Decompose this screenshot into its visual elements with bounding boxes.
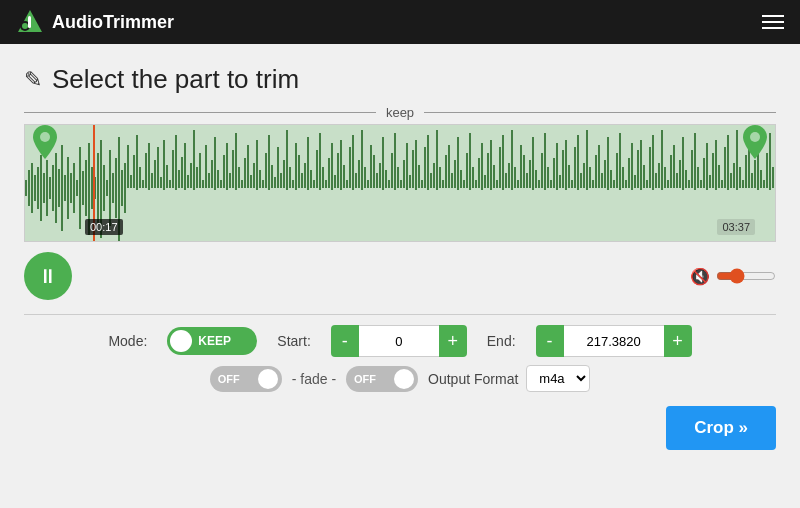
- svg-rect-207: [634, 175, 636, 188]
- hamburger-menu[interactable]: [762, 15, 784, 29]
- svg-rect-144: [445, 155, 447, 188]
- svg-rect-218: [667, 180, 669, 188]
- svg-rect-158: [487, 153, 489, 188]
- svg-rect-123: [382, 137, 384, 190]
- svg-rect-119: [370, 145, 372, 188]
- svg-rect-67: [214, 137, 216, 190]
- svg-rect-191: [586, 130, 588, 190]
- svg-rect-278: [97, 188, 99, 223]
- svg-rect-44: [145, 153, 147, 188]
- svg-rect-152: [469, 133, 471, 190]
- svg-rect-107: [334, 175, 336, 188]
- start-input[interactable]: [359, 325, 439, 357]
- svg-rect-32: [109, 150, 111, 188]
- svg-rect-121: [376, 173, 378, 188]
- svg-rect-259: [40, 188, 42, 221]
- end-num-group: - +: [536, 325, 692, 357]
- svg-rect-3: [28, 16, 31, 28]
- main-content: ✎ Select the part to trim keep: [0, 44, 800, 466]
- logo-area: AudioTrimmer: [16, 8, 174, 36]
- svg-rect-17: [64, 175, 66, 188]
- svg-rect-95: [298, 155, 300, 188]
- svg-rect-179: [550, 180, 552, 188]
- svg-rect-102: [319, 133, 321, 190]
- svg-rect-136: [421, 180, 423, 188]
- volume-slider[interactable]: [716, 268, 776, 284]
- fade-out-circle: [394, 369, 414, 389]
- svg-rect-94: [295, 143, 297, 190]
- svg-rect-237: [724, 147, 726, 188]
- start-decrement-button[interactable]: -: [331, 325, 359, 357]
- svg-rect-4: [25, 180, 27, 188]
- volume-area: 🔇: [690, 267, 776, 286]
- svg-rect-111: [346, 180, 348, 188]
- svg-rect-41: [136, 135, 138, 190]
- fade-in-toggle[interactable]: OFF: [210, 366, 282, 392]
- svg-rect-59: [190, 163, 192, 188]
- svg-rect-164: [505, 173, 507, 188]
- svg-rect-145: [448, 145, 450, 188]
- trim-handle-right[interactable]: [743, 125, 767, 163]
- fade-row: OFF - fade - OFF Output Format m4a mp3 o…: [24, 361, 776, 396]
- svg-rect-29: [100, 140, 102, 190]
- svg-point-288: [40, 132, 50, 142]
- svg-rect-117: [364, 167, 366, 188]
- svg-rect-6: [31, 163, 33, 188]
- svg-rect-72: [229, 173, 231, 188]
- svg-rect-25: [88, 143, 90, 190]
- start-increment-button[interactable]: +: [439, 325, 467, 357]
- svg-rect-168: [517, 180, 519, 188]
- svg-rect-114: [355, 173, 357, 188]
- svg-rect-127: [394, 133, 396, 190]
- svg-rect-133: [412, 150, 414, 188]
- svg-rect-155: [478, 158, 480, 188]
- waveform-container[interactable]: 00:17 03:37: [24, 124, 776, 242]
- svg-rect-19: [70, 173, 72, 188]
- crop-button[interactable]: Crop »: [666, 406, 776, 450]
- end-input[interactable]: [564, 325, 664, 357]
- end-increment-button[interactable]: +: [664, 325, 692, 357]
- svg-rect-234: [715, 140, 717, 190]
- svg-rect-20: [73, 163, 75, 188]
- svg-rect-230: [703, 158, 705, 188]
- svg-rect-74: [235, 133, 237, 190]
- svg-rect-219: [670, 155, 672, 188]
- svg-rect-112: [349, 147, 351, 188]
- svg-rect-271: [76, 188, 78, 196]
- svg-point-289: [750, 132, 760, 142]
- trim-handle-left[interactable]: [33, 125, 57, 163]
- time-start-label: 00:17: [85, 219, 123, 235]
- format-select[interactable]: m4a mp3 ogg wav: [526, 365, 590, 392]
- svg-rect-21: [76, 180, 78, 188]
- svg-rect-182: [559, 175, 561, 188]
- svg-rect-125: [388, 180, 390, 188]
- svg-rect-56: [181, 157, 183, 188]
- fade-out-toggle[interactable]: OFF: [346, 366, 418, 392]
- svg-rect-140: [433, 163, 435, 188]
- svg-rect-28: [97, 153, 99, 188]
- fade-label: - fade -: [292, 371, 336, 387]
- svg-rect-204: [625, 180, 627, 188]
- svg-rect-75: [238, 167, 240, 188]
- mode-label: Mode:: [108, 333, 147, 349]
- svg-rect-189: [580, 173, 582, 188]
- svg-rect-183: [562, 150, 564, 188]
- svg-rect-48: [157, 147, 159, 188]
- svg-rect-7: [34, 175, 36, 188]
- svg-rect-113: [352, 135, 354, 190]
- svg-rect-60: [193, 130, 195, 190]
- svg-rect-214: [655, 173, 657, 188]
- svg-rect-150: [463, 180, 465, 188]
- svg-rect-22: [79, 147, 81, 188]
- svg-rect-78: [247, 145, 249, 188]
- play-pause-button[interactable]: ⏸: [24, 252, 72, 300]
- output-format-label: Output Format: [428, 371, 518, 387]
- svg-rect-254: [25, 188, 27, 196]
- svg-rect-51: [166, 165, 168, 188]
- svg-rect-53: [172, 150, 174, 188]
- end-decrement-button[interactable]: -: [536, 325, 564, 357]
- svg-rect-281: [106, 188, 108, 196]
- svg-rect-217: [664, 167, 666, 188]
- svg-rect-240: [733, 163, 735, 188]
- mode-toggle[interactable]: KEEP: [167, 327, 257, 355]
